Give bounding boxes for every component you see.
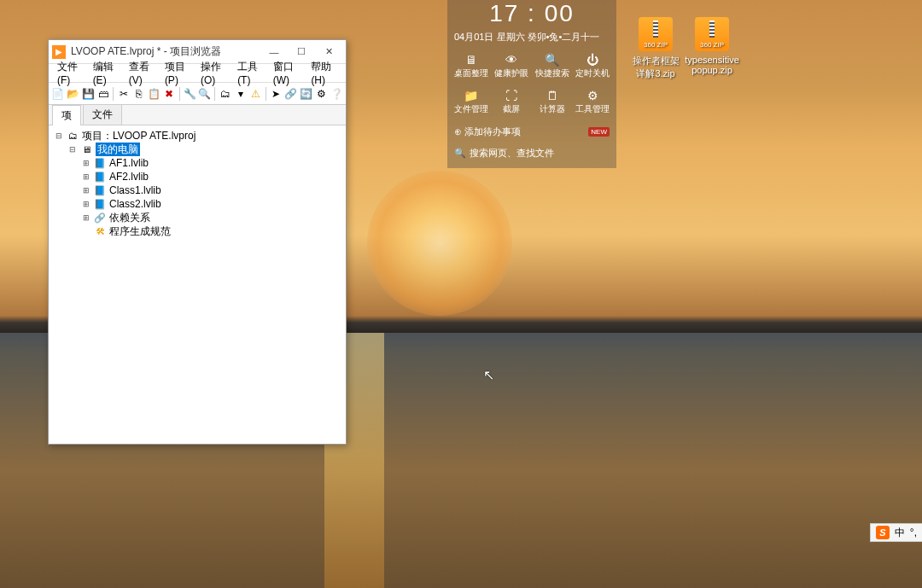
- build-icon: 🛠: [93, 225, 107, 237]
- mouse-cursor-icon: ↖: [483, 367, 494, 383]
- widget-search[interactable]: 🔍 搜索网页、查找文件: [447, 143, 616, 161]
- twister-icon[interactable]: ⊟: [67, 144, 78, 154]
- lvlib-icon: 📘: [93, 171, 107, 183]
- ime-bar[interactable]: S 中 °,: [870, 523, 922, 542]
- wicon-label: 计算器: [540, 103, 565, 115]
- wallpaper-sun: [367, 171, 512, 316]
- copy-icon[interactable]: ⎘: [131, 86, 146, 102]
- wicon-label: 定时关机: [575, 67, 610, 79]
- desktop-icon-zip-2[interactable]: 360 ZIP typesensitive popup.zip: [685, 17, 739, 75]
- new-badge: NEW: [588, 127, 610, 137]
- twister-blank: [81, 226, 91, 236]
- connect-icon[interactable]: 🔗: [284, 86, 299, 102]
- plus-icon: ⊕: [454, 126, 462, 137]
- zip-icon: 360 ZIP: [695, 17, 729, 51]
- tree-item[interactable]: ⊞ 📘 AF1.lvlib: [50, 156, 344, 170]
- help-icon[interactable]: ❔: [330, 86, 344, 102]
- filter-icon[interactable]: ▾: [233, 86, 248, 102]
- new-icon[interactable]: 📄: [50, 86, 65, 102]
- desktop-icon-label: typesensitive popup.zip: [685, 55, 739, 75]
- tree-item[interactable]: ⊞ 📘 AF2.lvlib: [50, 170, 344, 183]
- open-icon[interactable]: 📂: [66, 86, 80, 102]
- tab-files[interactable]: 文件: [83, 104, 122, 125]
- widget-quick-search[interactable]: 🔍快捷搜索: [534, 54, 571, 79]
- twister-icon[interactable]: ⊞: [81, 172, 91, 182]
- twister-icon[interactable]: ⊞: [81, 158, 91, 168]
- tree-label: 程序生成规范: [109, 224, 171, 238]
- menubar: 文件(F) 编辑(E) 查看(V) 项目(P) 操作(O) 工具(T) 窗口(W…: [49, 64, 346, 83]
- computer-icon: 🖥: [79, 143, 93, 155]
- resolve-icon[interactable]: 🔧: [183, 86, 197, 102]
- wicon-label: 截屏: [503, 103, 520, 115]
- ime-punct-icon[interactable]: °,: [910, 527, 917, 539]
- tree-item[interactable]: ⊞ 📘 Class1.lvlib: [50, 183, 344, 197]
- widget-add-todo[interactable]: ⊕ 添加待办事项 NEW: [447, 120, 616, 143]
- wicon-label: 文件管理: [454, 103, 488, 115]
- tree-label: Class2.lvlib: [109, 197, 161, 211]
- tree-label: 项目：LVOOP ATE.lvproj: [82, 129, 195, 143]
- desktop-icon-label: 操作者框架详解3.zip: [628, 55, 683, 80]
- delete-icon[interactable]: ✖: [162, 86, 177, 102]
- widget-clock: 17 : 00: [447, 0, 616, 29]
- addtodo-label: 添加待办事项: [464, 126, 521, 137]
- widget-row-1: 🖥桌面整理 👁健康护眼 🔍快捷搜索 ⏻定时关机: [447, 49, 616, 84]
- search-icon: 🔍: [545, 54, 560, 66]
- widget-screenshot[interactable]: ⛶截屏: [493, 90, 530, 115]
- sogou-logo-icon: S: [876, 526, 890, 539]
- deploy-icon[interactable]: ➤: [269, 86, 283, 102]
- paste-icon[interactable]: 📋: [147, 86, 161, 102]
- twister-icon[interactable]: ⊞: [81, 212, 91, 223]
- tree-dependencies[interactable]: ⊞ 🔗 依赖关系: [50, 211, 344, 224]
- gear-icon: ⚙: [585, 90, 600, 102]
- tab-items[interactable]: 项: [52, 105, 81, 125]
- tree-label: AF2.lvlib: [109, 170, 149, 183]
- widget-date: 04月01日 星期六 癸卯•兔•二月十一: [447, 29, 616, 49]
- widget-timer-shutdown[interactable]: ⏻定时关机: [574, 54, 611, 79]
- tabbar: 项 文件: [49, 105, 346, 125]
- widget-tool-manage[interactable]: ⚙工具管理: [574, 90, 611, 115]
- wicon-label: 桌面整理: [454, 67, 488, 79]
- twister-icon[interactable]: ⊟: [54, 131, 64, 141]
- zip-icon: 360 ZIP: [639, 17, 673, 51]
- wicon-label: 工具管理: [575, 103, 610, 115]
- desktop-icon-zip-1[interactable]: 360 ZIP 操作者框架详解3.zip: [628, 17, 683, 80]
- calculator-icon: 🗒: [545, 90, 560, 102]
- tree-root[interactable]: ⊟ 🗂 项目：LVOOP ATE.lvproj: [50, 129, 344, 143]
- tree-item[interactable]: ⊞ 📘 Class2.lvlib: [50, 197, 344, 211]
- warning-icon[interactable]: ⚠: [248, 86, 263, 102]
- refresh-icon[interactable]: 🔄: [299, 86, 313, 102]
- tree-label: AF1.lvlib: [109, 156, 149, 170]
- cut-icon[interactable]: ✂: [116, 86, 131, 102]
- crop-icon: ⛶: [504, 90, 519, 102]
- lvlib-icon: 📘: [93, 184, 107, 196]
- project-icon: 🗂: [66, 130, 79, 142]
- twister-icon[interactable]: ⊞: [81, 185, 91, 195]
- toolbar-sep: [179, 87, 180, 101]
- widget-file-manage[interactable]: 📁文件管理: [452, 90, 490, 115]
- tree-build-specs[interactable]: 🛠 程序生成规范: [50, 224, 344, 238]
- wicon-label: 健康护眼: [494, 67, 528, 79]
- power-icon: ⏻: [585, 54, 600, 66]
- tree-label: 我的电脑: [96, 143, 140, 156]
- save-icon[interactable]: 💾: [81, 86, 96, 102]
- folder-icon: 📁: [464, 90, 479, 102]
- toolbar-sep: [214, 87, 215, 101]
- tree-label: Class1.lvlib: [109, 183, 161, 197]
- widget-calculator[interactable]: 🗒计算器: [534, 90, 571, 115]
- lvlib-icon: 📘: [93, 198, 107, 210]
- save-all-icon[interactable]: 🗃: [96, 86, 111, 102]
- widget-desktop-organize[interactable]: 🖥桌面整理: [452, 54, 490, 79]
- monitor-icon: 🖥: [464, 54, 479, 66]
- twister-icon[interactable]: ⊞: [81, 199, 91, 209]
- vihierarchy-icon[interactable]: 🗂: [218, 86, 232, 102]
- desktop-widget: 17 : 00 04月01日 星期六 癸卯•兔•二月十一 🖥桌面整理 👁健康护眼…: [447, 0, 616, 168]
- ime-mode[interactable]: 中: [895, 526, 905, 540]
- project-tree[interactable]: ⊟ 🗂 项目：LVOOP ATE.lvproj ⊟ 🖥 我的电脑 ⊞ 📘 AF1…: [49, 125, 346, 444]
- widget-eye-health[interactable]: 👁健康护眼: [493, 54, 530, 79]
- app-icon: ▶: [52, 45, 66, 59]
- tree-my-computer[interactable]: ⊟ 🖥 我的电脑: [50, 143, 344, 156]
- lvlib-icon: 📘: [93, 157, 107, 169]
- options-icon[interactable]: ⚙: [314, 86, 329, 102]
- find-icon[interactable]: 🔍: [197, 86, 212, 102]
- toolbar-sep: [266, 87, 266, 101]
